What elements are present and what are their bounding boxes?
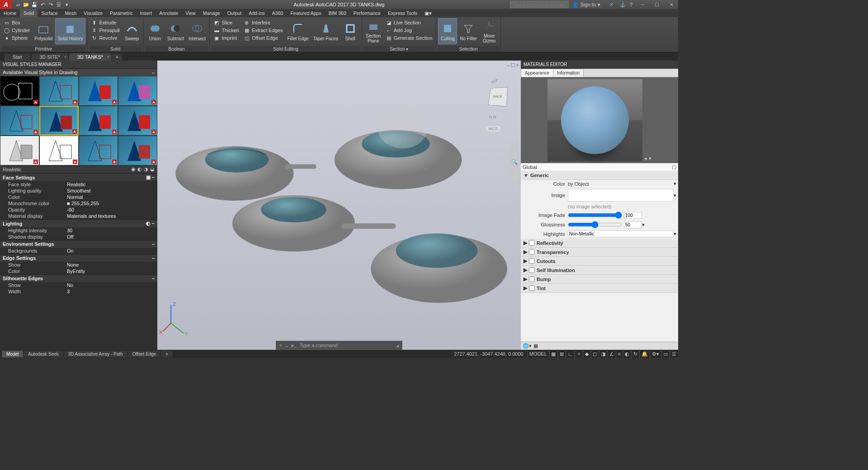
prop-image-fade[interactable]: Image Fade [521, 211, 678, 220]
layout-tab-autodesk-seek[interactable]: Autodesk Seek [24, 351, 63, 357]
vs-apply-icon[interactable]: ◐ [137, 166, 142, 172]
qat-open-icon[interactable]: 📂 [23, 1, 30, 8]
section-cutouts[interactable]: ▶Cutouts [521, 257, 678, 266]
cat-face-settings[interactable]: Face Settings▣ – [0, 173, 157, 181]
cmd-close-icon[interactable]: × [279, 343, 282, 348]
vs-new-icon[interactable]: ◉ [131, 166, 136, 172]
tab-output[interactable]: Output [224, 9, 245, 17]
box-button[interactable]: ▭Box [3, 19, 31, 26]
cat-environment[interactable]: Environment Settings– [0, 240, 157, 248]
status-ortho-icon[interactable]: ∟ [566, 349, 575, 358]
add-doctab-button[interactable]: + [112, 54, 122, 61]
fillet-edge-button[interactable]: Fillet Edge [285, 18, 310, 44]
reflectivity-checkbox[interactable] [529, 240, 535, 246]
extract-edges-button[interactable]: ▦Extract Edges [243, 27, 283, 34]
cutouts-checkbox[interactable] [529, 258, 535, 264]
status-osnap-icon[interactable]: ◻ [590, 349, 599, 358]
close-icon[interactable]: × [64, 55, 66, 59]
wcs-label[interactable]: WCS [486, 126, 500, 132]
layout-tab-offset-edge[interactable]: Offset Edge [128, 351, 161, 357]
exchange-icon[interactable]: ✕ [608, 1, 615, 8]
polysolid-button[interactable]: Polysolid [33, 18, 54, 44]
mat-tab-information[interactable]: Information [553, 69, 584, 77]
help-icon[interactable]: ? [627, 1, 635, 8]
3d-viewport[interactable]: – ☐ × [157, 61, 521, 350]
section-bump[interactable]: ▶Bump [521, 275, 678, 284]
cat-lighting[interactable]: Lighting◐ – [0, 219, 157, 227]
status-annomonitor-icon[interactable]: 🔔 [639, 349, 650, 358]
prop-mat-color[interactable]: Colorby Object▾ [521, 180, 678, 188]
tab-mesh[interactable]: Mesh [61, 9, 80, 17]
add-jog-button[interactable]: ⌐Add Jog [385, 27, 434, 34]
section-generic[interactable]: ▼Generic [521, 171, 678, 180]
maximize-button[interactable]: ☐ [650, 0, 664, 9]
extrude-button[interactable]: ⬆Extrude [90, 19, 121, 26]
vs-export-icon[interactable]: ◑ [144, 166, 148, 172]
tab-parametric[interactable]: Parametric [106, 9, 137, 17]
app-logo[interactable]: A [0, 0, 12, 9]
tab-featured-apps[interactable]: Featured Apps [287, 9, 325, 17]
qat-new-icon[interactable]: ▱ [14, 1, 22, 8]
tab-a360[interactable]: A360 [269, 9, 287, 17]
prop-color[interactable]: ColorNormal [0, 194, 157, 200]
collapse-icon[interactable]: – [152, 70, 155, 75]
transparency-checkbox[interactable] [529, 249, 535, 255]
qat-redo-icon[interactable]: ↷ [47, 1, 54, 8]
preview-options-icon[interactable]: ◂ ▾ [644, 155, 651, 161]
vs-thumb-5[interactable]: A [0, 106, 39, 136]
imprint-button[interactable]: ▣Imprint [212, 34, 240, 42]
mat-tab-appearance[interactable]: Appearance [521, 69, 553, 77]
section-reflectivity[interactable]: ▶Reflectivity [521, 239, 678, 248]
tab-bim360[interactable]: BIM 360 [325, 9, 350, 17]
section-tint[interactable]: ▶Tint [521, 284, 678, 293]
zoom-icon[interactable]: 🔍 [511, 159, 518, 165]
vs-thumb-3[interactable]: A [79, 76, 118, 106]
tab-solid[interactable]: Solid [20, 9, 38, 17]
tint-checkbox[interactable] [529, 285, 535, 291]
vs-thumb-1[interactable]: A [0, 76, 39, 106]
thicken-button[interactable]: ▬Thicken [212, 27, 240, 34]
tab-surface[interactable]: Surface [38, 9, 61, 17]
prop-glossiness[interactable]: Glossiness▾ [521, 220, 678, 230]
prop-material-display[interactable]: Material displayMaterials and textures [0, 213, 157, 219]
vs-thumb-11[interactable]: A [79, 136, 118, 165]
dropdown-icon[interactable]: ▾ [642, 222, 645, 228]
qat-print-icon[interactable]: ☰ [55, 1, 62, 8]
interfere-button[interactable]: ⊗Interfere [243, 19, 283, 26]
orbit-icon[interactable]: ⟲ [513, 167, 517, 173]
cat-edge-settings[interactable]: Edge Settings– [0, 254, 157, 262]
tab-overflow-icon[interactable]: ▣▾ [421, 9, 435, 17]
status-snap-icon[interactable]: ⊞ [557, 349, 566, 358]
doctab-3dtanks[interactable]: 3D TANKS*× [69, 53, 111, 61]
prop-mono-color[interactable]: Monochrome color■ 255,255,255 [0, 200, 157, 207]
prop-face-style[interactable]: Face styleRealistic [0, 181, 157, 188]
section-self-illumination[interactable]: ▶Self Illumination [521, 266, 678, 275]
qat-dropdown-icon[interactable]: ▾ [63, 1, 71, 8]
generate-section-button[interactable]: ▤Generate Section [385, 34, 434, 42]
status-customize-icon[interactable]: ☰ [670, 349, 678, 358]
revolve-button[interactable]: ↻Revolve [90, 34, 121, 42]
shell-button[interactable]: Shell [341, 18, 360, 44]
culling-button[interactable]: Culling [438, 18, 457, 44]
status-clean-icon[interactable]: ▭ [661, 349, 670, 358]
vs-thumb-realistic[interactable]: A [39, 106, 79, 136]
prop-edge-color[interactable]: ColorByEntity [0, 268, 157, 274]
close-icon[interactable]: × [107, 55, 109, 59]
prop-lighting-quality[interactable]: Lighting qualitySmoothest [0, 188, 157, 194]
cmd-recent-icon[interactable]: ▴ [396, 343, 399, 348]
live-section-button[interactable]: ◪Live Section [385, 19, 434, 26]
vs-thumb-4[interactable]: A [118, 76, 157, 106]
material-name-row[interactable]: Global ▢ [521, 163, 678, 171]
section-plane-button[interactable]: Section Plane [364, 18, 383, 44]
prop-highlight-intensity[interactable]: Highlight intensity30 [0, 227, 157, 234]
presspull-button[interactable]: ⇕Presspull [90, 27, 121, 34]
cmd-options-icon[interactable]: ⌄ [284, 343, 288, 348]
no-filter-button[interactable]: No Filter [458, 18, 479, 44]
steering-wheel-icon[interactable]: ◎ [512, 144, 517, 150]
section-transparency[interactable]: ▶Transparency [521, 248, 678, 257]
prop-shadow-display[interactable]: Shadow displayOff [0, 234, 157, 240]
solid-history-button[interactable]: Solid History [55, 18, 85, 44]
status-isoplane-icon[interactable]: ◆ [583, 349, 590, 358]
sweep-button[interactable]: Sweep [123, 18, 142, 44]
vs-thumb-8[interactable]: A [118, 106, 157, 136]
